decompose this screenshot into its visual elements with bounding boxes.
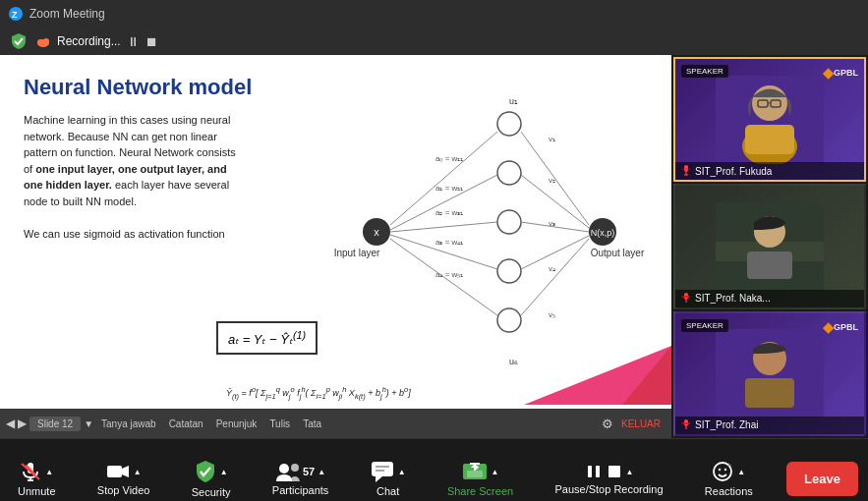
chat-button[interactable]: ▲ Chat <box>363 455 414 501</box>
slide-inner: Neural Network model Machine learning in… <box>0 55 671 409</box>
stop-video-button[interactable]: ▲ Stop Video <box>89 456 158 501</box>
x-label: x <box>374 226 379 238</box>
w31: a₂ = w₃₁ <box>435 208 463 217</box>
slide-decoration <box>475 346 671 409</box>
svg-rect-51 <box>596 466 600 477</box>
pause-stop-caret[interactable]: ▲ <box>626 468 634 476</box>
conn-3 <box>390 222 497 232</box>
mic-icon-fukuda <box>681 165 691 177</box>
w21: a₁ = w₂₁ <box>435 184 463 193</box>
nxp-label: N(x,p) <box>591 228 615 238</box>
title-text: Zoom Meeting <box>29 7 105 21</box>
tool-tata-btn[interactable]: Tata <box>298 418 326 429</box>
tool-penunjuk-btn[interactable]: Penunjuk <box>211 418 262 429</box>
nn-svg: Input layer Output layer u₁ u₆ x <box>327 84 662 379</box>
security-button[interactable]: ▲ Security <box>184 454 239 501</box>
gpbl-logo-fukuda: ◆GPBL <box>823 65 858 81</box>
formula-box: aₜ = Yₜ − Ŷₜ(1) <box>216 321 318 355</box>
stop-video-icon-row: ▲ <box>106 462 142 481</box>
leave-button[interactable]: Leave <box>786 462 858 496</box>
reactions-button[interactable]: + ▲ Reactions <box>697 455 761 501</box>
participant-tile-zhai[interactable]: SPEAKER ◆GPBL SIT_Prof. Zhai <box>673 311 866 436</box>
video-caret[interactable]: ▲ <box>134 468 142 476</box>
pause-stop-recording-button[interactable]: ▲ Pause/Stop Recording <box>547 457 670 501</box>
slide-dropdown-btn[interactable]: ▼ <box>84 418 93 429</box>
participants-count: 57 <box>303 466 315 477</box>
tool-tulis-btn[interactable]: Tulis <box>264 418 295 429</box>
stop-icon <box>606 463 623 480</box>
gpbl-logo-zhai: ◆GPBL <box>823 319 858 335</box>
name-bar-naka: SIT_Prof. Naka... <box>675 290 864 307</box>
unmute-label: Unmute <box>18 485 56 497</box>
hidden-node-5 <box>497 308 521 332</box>
slide-content: Neural Network model Machine learning in… <box>0 55 671 409</box>
participant-tile-fukuda[interactable]: SPEAKER ◆GPBL SIT_Prof. Fukuda <box>673 57 866 182</box>
svg-rect-27 <box>745 378 794 408</box>
tool-catatan-btn[interactable]: Catatan <box>164 418 208 429</box>
unmute-icon-row: ▲ <box>20 461 53 482</box>
right-panel: SPEAKER ◆GPBL SIT_Prof. Fukuda <box>671 55 868 438</box>
cloud-icon <box>35 33 51 49</box>
recording-indicator: Recording... ⏸ ⏹ <box>35 33 158 49</box>
main-content: Neural Network model Machine learning in… <box>0 55 868 438</box>
unmute-caret[interactable]: ▲ <box>45 468 53 476</box>
svg-marker-37 <box>122 466 129 477</box>
reactions-label: Reactions <box>705 485 753 497</box>
chat-icon-row: ▲ <box>371 461 406 482</box>
svg-rect-21 <box>747 251 792 279</box>
title-bar: Z Zoom Meeting <box>0 0 868 28</box>
stop-recording-btn[interactable]: ⏹ <box>145 34 158 49</box>
share-screen-icon <box>462 461 488 482</box>
participant-tile-naka[interactable]: SIT_Prof. Naka... <box>673 184 866 308</box>
unmute-button[interactable]: ▲ Unmute <box>10 455 64 501</box>
hidden-node-1 <box>497 112 521 136</box>
security-shield-icon <box>195 460 216 483</box>
nn-diagram: Input layer Output layer u₁ u₆ x <box>327 84 662 379</box>
input-layer-label: Input layer <box>334 248 380 258</box>
participants-icon-row: 57 ▲ <box>275 462 325 481</box>
chat-icon <box>371 461 394 482</box>
svg-rect-13 <box>745 125 794 154</box>
share-screen-caret[interactable]: ▲ <box>492 468 499 476</box>
security-label: Security <box>192 486 231 498</box>
toolbar: ▲ Unmute ▲ Stop Video ▲ Security <box>0 438 868 501</box>
tool-tanya-btn[interactable]: Tanya jawab <box>96 418 161 429</box>
name-label-fukuda: SIT_Prof. Fukuda <box>695 166 772 177</box>
pause-recording-btn[interactable]: ⏸ <box>127 34 140 49</box>
share-screen-button[interactable]: ▲ Share Screen <box>439 455 521 501</box>
name-bar-fukuda: SIT_Prof. Fukuda <box>675 162 864 180</box>
chat-caret[interactable]: ▲ <box>398 468 406 476</box>
slide-body: Machine learning in this cases using neu… <box>24 112 240 242</box>
slide-prev-btn[interactable]: ◀ <box>6 417 15 430</box>
participants-button[interactable]: 57 ▲ Participants <box>264 456 336 501</box>
reactions-caret[interactable]: ▲ <box>737 468 745 476</box>
hidden-node-3 <box>497 210 521 234</box>
reactions-icon-row: + ▲ <box>712 461 745 482</box>
svg-point-38 <box>279 464 289 473</box>
person-naka-svg <box>716 202 824 291</box>
hidden-node-2 <box>497 161 521 185</box>
chat-label: Chat <box>376 485 399 497</box>
pause-stop-recording-label: Pause/Stop Recording <box>554 483 663 495</box>
slide-settings-icon[interactable]: ⚙ <box>602 417 613 431</box>
recording-label: Recording... <box>57 34 121 48</box>
decoration-svg <box>475 346 671 405</box>
participants-caret[interactable]: ▲ <box>318 468 325 476</box>
slide-keluar-btn[interactable]: KELUAR <box>616 418 665 429</box>
security-caret[interactable]: ▲ <box>220 468 228 476</box>
slide-indicator: Slide 12 <box>29 417 81 431</box>
svg-text:Z: Z <box>12 10 18 20</box>
v2: v₂ <box>549 176 555 185</box>
mic-icon-zhai <box>681 419 691 431</box>
v4: v₄ <box>549 264 555 273</box>
participants-label: Participants <box>272 484 328 496</box>
slide-next-btn[interactable]: ▶ <box>18 417 27 430</box>
mic-muted-icon <box>20 461 41 482</box>
speaker-badge-fukuda: SPEAKER <box>681 65 728 78</box>
security-icon-row: ▲ <box>195 460 228 483</box>
output-layer-label: Output layer <box>591 248 645 258</box>
share-screen-icon-row: ▲ <box>462 461 499 482</box>
svg-marker-41 <box>376 476 382 482</box>
svg-point-54 <box>719 469 721 471</box>
name-label-zhai: SIT_Prof. Zhai <box>695 419 758 430</box>
